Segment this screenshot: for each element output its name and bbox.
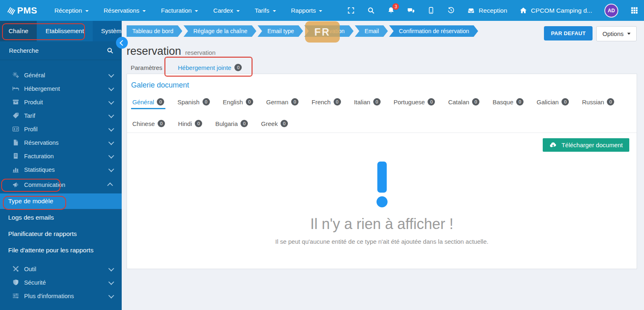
count-badge: 0 <box>241 120 248 127</box>
menu-cardex[interactable]: Cardex <box>213 7 239 14</box>
sidebar-item-logs-des-emails[interactable]: Logs des emails <box>0 209 122 226</box>
gallery-tab-french[interactable]: French0 <box>310 98 342 109</box>
sidebar-item-planificateur-rapports[interactable]: Planificateur de rapports <box>0 226 122 242</box>
gallery-tab-hindi[interactable]: Hindi0 <box>177 120 203 131</box>
exclamation-dot <box>377 196 388 207</box>
crumb-email[interactable]: Email <box>355 25 388 37</box>
mobile-icon[interactable] <box>427 7 435 14</box>
scope-tab-etablissement[interactable]: Etablissement <box>37 21 92 41</box>
options-label: Options <box>602 30 624 37</box>
sidebar-item-general[interactable]: Général <box>0 68 122 82</box>
crumb-tableau-de-bord[interactable]: Tableau de bord <box>127 25 182 37</box>
chevron-down-icon <box>108 85 114 91</box>
header-actions: PAR DEFAUT Options <box>544 26 637 41</box>
gallery-tab-russian[interactable]: Russian0 <box>581 98 615 109</box>
sidebar-item-produit[interactable]: Produit <box>0 95 122 109</box>
menu-tarifs[interactable]: Tarifs <box>255 7 276 14</box>
sidebar-item-profil[interactable]: Profil <box>0 122 122 136</box>
tab-count-badge: 0 <box>234 64 242 71</box>
sidebar-item-securite[interactable]: Sécurité <box>0 276 122 289</box>
lang-label: Russian <box>582 99 604 106</box>
scope-tab-chaine[interactable]: Chaîne <box>0 21 37 41</box>
count-badge: 0 <box>428 98 435 106</box>
gallery-panel: Galerie document Général0 Spanish0 Engli… <box>127 74 637 269</box>
chevron-left-icon <box>120 40 125 45</box>
sidebar-item-outil[interactable]: Outil <box>0 262 122 276</box>
menu-label: Rapports <box>291 7 316 14</box>
lang-label: Galician <box>537 99 559 106</box>
history-icon[interactable] <box>447 7 455 14</box>
menu-rapports[interactable]: Rapports <box>291 7 323 14</box>
gallery-tab-german[interactable]: German0 <box>265 98 300 109</box>
gallery-tab-basque[interactable]: Basque0 <box>491 98 525 109</box>
sidebar-collapse-button[interactable] <box>116 37 128 49</box>
sidebar-item-label: Tarif <box>24 112 35 119</box>
sidebar-item-label: Produit <box>24 99 43 106</box>
sidebar-item-communication[interactable]: Communication <box>0 178 122 191</box>
bed-icon <box>12 85 20 92</box>
gallery-tab-spanish[interactable]: Spanish0 <box>176 98 211 109</box>
search-icon[interactable] <box>367 7 375 14</box>
gallery-tab-catalan[interactable]: Catalan0 <box>447 98 481 109</box>
chevron-down-icon <box>108 153 114 158</box>
gallery-tab-bulgaria[interactable]: Bulgaria0 <box>214 120 249 131</box>
lang-label: Italian <box>354 99 370 106</box>
sidebar-item-label: Logs des emails <box>8 214 54 221</box>
count-badge: 0 <box>281 120 288 127</box>
app-logo[interactable]: PMS <box>7 5 37 16</box>
sidebar-item-label: Sécurité <box>24 279 46 286</box>
reception-label: Reception <box>479 7 507 14</box>
menu-label: Cardex <box>213 7 233 14</box>
par-defaut-button[interactable]: PAR DEFAUT <box>544 26 593 40</box>
reception-station[interactable]: Reception <box>467 7 507 14</box>
cloud-upload-icon <box>549 141 557 149</box>
upload-document-button[interactable]: Télécharger document <box>543 138 629 152</box>
sidebar-item-facturation[interactable]: Facturation <box>0 149 122 163</box>
sidebar-item-tarif[interactable]: Tarif <box>0 109 122 122</box>
crumb-confirmation-reservation[interactable]: Confirmation de réservation <box>389 25 478 37</box>
sidebar-item-label: Hébergement <box>24 85 60 92</box>
menu-facturation[interactable]: Facturation <box>161 7 198 14</box>
upload-row: Télécharger document <box>127 133 637 152</box>
apps-grid-icon[interactable] <box>631 7 638 14</box>
top-navbar: PMS Réception Réservations Facturation C… <box>0 0 644 21</box>
sidebar-item-plus-informations[interactable]: Plus d'informations <box>0 289 122 303</box>
sidebar-item-hebergement[interactable]: Hébergement <box>0 82 122 95</box>
gallery-tab-english[interactable]: English0 <box>222 98 254 109</box>
empty-state-title: Il n'y a rien à afficher ! <box>127 216 637 233</box>
menu-reception[interactable]: Réception <box>54 7 89 14</box>
menu-label: Réservations <box>104 7 140 14</box>
lang-label: Bulgaria <box>215 120 238 127</box>
sidebar-item-type-de-modele[interactable]: Type de modèle <box>0 193 122 209</box>
logo-text: PMS <box>17 5 37 16</box>
chat-icon[interactable] <box>407 7 415 14</box>
menu-reservations[interactable]: Réservations <box>104 7 146 14</box>
sidebar-item-statistiques[interactable]: Statistiques <box>0 163 122 176</box>
gallery-tab-galician[interactable]: Galician0 <box>535 98 570 109</box>
tools-icon <box>12 265 20 272</box>
avatar[interactable]: AD <box>604 4 618 18</box>
menu-label: Facturation <box>161 7 192 14</box>
crumb-reglage-chaine[interactable]: Réglage de la chaîne <box>183 25 256 37</box>
crumb-email-type[interactable]: Email type <box>258 25 303 37</box>
search-icon[interactable] <box>107 47 114 54</box>
search-input[interactable] <box>8 47 107 54</box>
sidebar-item-file-attente-rapports[interactable]: File d'attente pour les rapports <box>0 242 122 258</box>
fullscreen-icon[interactable] <box>347 7 355 14</box>
sidebar-item-reservations[interactable]: Réservations <box>0 136 122 149</box>
gallery-tab-portuguese[interactable]: Portuguese0 <box>392 98 437 109</box>
chevron-down-icon <box>195 10 198 12</box>
count-badge: 0 <box>516 98 524 106</box>
gallery-tab-italian[interactable]: Italian0 <box>353 98 382 109</box>
gallery-tab-greek[interactable]: Greek0 <box>260 120 289 131</box>
chevron-down-icon <box>108 72 114 77</box>
bell-icon[interactable]: 3 <box>387 7 395 14</box>
chevron-down-icon <box>236 10 240 12</box>
gallery-heading: Galerie document <box>131 81 637 90</box>
exclamation-icon <box>377 162 387 193</box>
sliders-icon <box>12 292 20 299</box>
property-selector[interactable]: CPCOM Camping d... <box>519 7 592 14</box>
gallery-tab-chinese[interactable]: Chinese0 <box>131 120 166 131</box>
gallery-tab-general[interactable]: Général0 <box>131 98 165 109</box>
options-button[interactable]: Options <box>596 26 637 41</box>
